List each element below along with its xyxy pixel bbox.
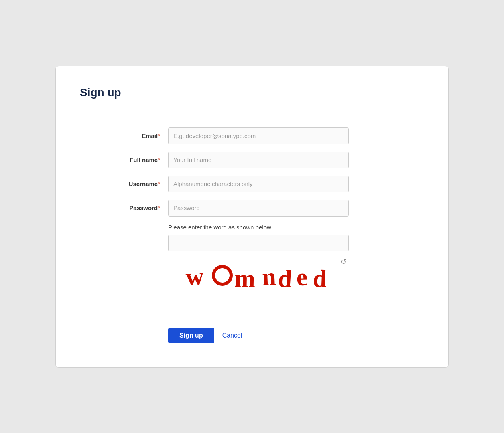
captcha-image: w m n d e d: [182, 259, 335, 291]
username-label: Username*: [80, 180, 168, 187]
email-input[interactable]: [168, 127, 349, 144]
svg-text:m: m: [234, 265, 256, 291]
password-group: Password*: [80, 200, 424, 216]
svg-text:n: n: [262, 263, 276, 290]
fullname-group: Full name*: [80, 152, 424, 168]
fullname-label: Full name*: [80, 156, 168, 163]
captcha-input[interactable]: [168, 235, 349, 251]
svg-text:d: d: [277, 265, 293, 291]
bottom-divider: [80, 312, 424, 312]
username-required: *: [158, 180, 160, 187]
fullname-required: *: [158, 156, 160, 163]
password-required: *: [158, 204, 160, 211]
top-divider: [80, 111, 424, 111]
svg-point-1: [213, 266, 232, 285]
email-label: Email*: [80, 132, 168, 139]
cancel-button[interactable]: Cancel: [222, 332, 242, 339]
fullname-input[interactable]: [168, 152, 349, 168]
captcha-group: Please enter the word as shown below ↺ w…: [168, 224, 424, 295]
captcha-image-container: ↺ w m n d e d: [168, 255, 349, 295]
footer-actions: Sign up Cancel: [168, 328, 424, 343]
password-label: Password*: [80, 204, 168, 211]
page-title: Sign up: [80, 86, 424, 99]
username-input[interactable]: [168, 176, 349, 192]
captcha-refresh-button[interactable]: ↺: [341, 257, 347, 266]
password-input[interactable]: [168, 200, 349, 216]
svg-text:w: w: [185, 262, 204, 290]
signup-button[interactable]: Sign up: [168, 328, 214, 343]
email-group: Email*: [80, 127, 424, 144]
svg-text:e: e: [296, 263, 308, 290]
username-group: Username*: [80, 176, 424, 192]
email-required: *: [158, 132, 160, 139]
signup-card: Sign up Email* Full name* Username* Pass…: [55, 66, 449, 368]
svg-text:d: d: [313, 265, 327, 291]
captcha-instruction: Please enter the word as shown below: [168, 224, 424, 231]
